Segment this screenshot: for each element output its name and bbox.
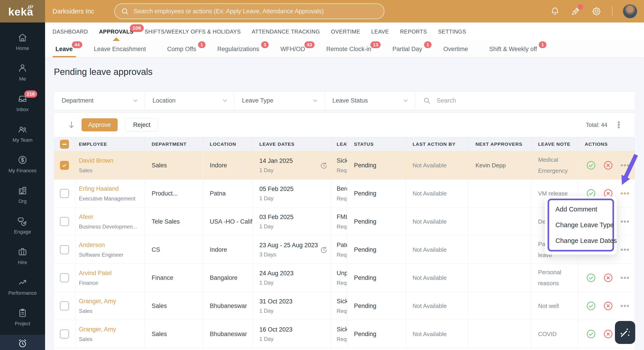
select-all-checkbox[interactable] xyxy=(60,140,69,149)
row-checkbox[interactable] xyxy=(60,301,69,310)
history-icon[interactable] xyxy=(319,245,328,254)
leave-dates-cell: 05 Feb 20251 Day xyxy=(252,179,331,207)
table-search-input[interactable] xyxy=(436,97,635,104)
row-select-cell xyxy=(54,179,76,207)
sub-tab-overtime[interactable]: Overtime xyxy=(443,41,468,57)
nav-tab-overtime[interactable]: OVERTIME xyxy=(331,22,360,41)
sidebar-item-inbox[interactable]: Inbox218 xyxy=(0,90,45,116)
row-checkbox[interactable] xyxy=(60,273,69,282)
employee-name-link[interactable]: Afeer xyxy=(79,213,94,220)
row-checkbox[interactable] xyxy=(60,161,69,170)
approve-icon[interactable] xyxy=(586,160,596,171)
sidebar-item-label: Hire xyxy=(18,260,27,265)
history-icon[interactable] xyxy=(319,161,328,170)
more-actions-icon[interactable] xyxy=(620,188,630,198)
row-checkbox[interactable] xyxy=(60,330,69,339)
approve-button[interactable]: Approve xyxy=(82,118,118,131)
row-checkbox[interactable] xyxy=(60,217,69,226)
sub-tab-shift-weekly-off[interactable]: Shift & Weekly off1 xyxy=(489,41,537,57)
sidebar-item-engage[interactable]: Engage xyxy=(0,212,45,238)
table-row[interactable]: David BrownSalesSalesIndore14 Jan 20251 … xyxy=(54,151,635,179)
filter-dropdown-department[interactable]: Department xyxy=(54,91,145,110)
nav-tab-reports[interactable]: REPORTS xyxy=(400,22,427,41)
table-options-kebab-icon[interactable] xyxy=(614,121,623,129)
table-row[interactable]: Granger, AmySalesSalesBhubaneswar16 Oct … xyxy=(54,320,635,348)
more-actions-icon[interactable] xyxy=(620,301,630,311)
table-row[interactable]: Granger, AmySalesSalesBhubaneswar31 Oct … xyxy=(54,292,635,320)
filter-dropdown-leave-type[interactable]: Leave Type xyxy=(234,91,325,110)
reject-button[interactable]: Reject xyxy=(125,118,158,131)
count-badge: 43 xyxy=(304,41,314,48)
employee-name-link[interactable]: David Brown xyxy=(79,157,113,164)
sub-tab-leave[interactable]: Leave44 xyxy=(56,41,73,57)
approve-icon[interactable] xyxy=(586,272,596,283)
notifications-bell-icon[interactable] xyxy=(550,6,560,16)
keka-logo[interactable]: keka xyxy=(0,0,45,22)
row-checkbox[interactable] xyxy=(60,245,69,254)
nav-tab-attendance-tracking[interactable]: ATTENDANCE TRACKING xyxy=(252,22,320,41)
leave-type-cell: BereRequ xyxy=(331,179,347,207)
user-avatar[interactable] xyxy=(623,4,637,18)
nav-tab-shifts-weekly-offs-holidays[interactable]: SHIFTS/WEEKLY OFFS & HOLIDAYS xyxy=(144,22,241,41)
nav-tab-leave[interactable]: LEAVE xyxy=(371,22,389,41)
nav-tab-settings[interactable]: SETTINGS xyxy=(438,22,466,41)
more-actions-icon[interactable] xyxy=(620,217,630,226)
assistant-fab[interactable] xyxy=(615,321,635,344)
sidebar-item-org[interactable]: Org xyxy=(0,182,45,208)
leave-type-value: Pate xyxy=(337,242,347,249)
sidebar-item-time-attend[interactable]: Time Attend xyxy=(0,335,45,350)
more-actions-icon[interactable] xyxy=(620,273,630,283)
more-actions-icon[interactable] xyxy=(620,160,630,170)
sidebar-item-performance[interactable]: Performance xyxy=(0,274,45,300)
sidebar-item-my-team[interactable]: My Team xyxy=(0,121,45,147)
global-search[interactable] xyxy=(114,3,384,19)
last-action-by-value: Not Available xyxy=(412,274,446,281)
sub-tab-wfh-od[interactable]: WFH/OD43 xyxy=(280,41,305,57)
sub-tab-regularizations[interactable]: Regularizations3 xyxy=(217,41,259,57)
table-row[interactable]: Arvind PatelFinanceFinanceBangalore24 Au… xyxy=(54,264,635,292)
row-select-cell xyxy=(54,151,76,179)
sub-tab-comp-offs[interactable]: Comp Offs1 xyxy=(167,41,196,57)
sidebar-item-home[interactable]: Home xyxy=(0,29,45,55)
row-checkbox[interactable] xyxy=(60,189,69,198)
nav-tab-dashboard[interactable]: DASHBOARD xyxy=(52,22,88,41)
employee-name-link[interactable]: Granger, Amy xyxy=(79,326,116,333)
leave-type-value: Sick xyxy=(337,157,347,164)
filter-dropdown-label: Leave Status xyxy=(332,97,368,104)
filter-dropdown-location[interactable]: Location xyxy=(145,91,234,110)
sidebar-item-project[interactable]: Project xyxy=(0,304,45,330)
employee-name-link[interactable]: Granger, Amy xyxy=(79,298,116,305)
nav-tab-approvals[interactable]: APPROVALS106 xyxy=(99,22,134,41)
employee-name-link[interactable]: Anderson xyxy=(79,242,105,249)
employee-name-link[interactable]: Erling Haaland xyxy=(79,185,119,192)
more-actions-icon[interactable] xyxy=(620,245,630,255)
sub-tab-label: Leave Encashment xyxy=(94,46,146,53)
reject-icon[interactable] xyxy=(603,272,614,283)
sub-tab-remote-clock-in[interactable]: Remote Clock-in13 xyxy=(326,41,371,57)
sub-tab-leave-encashment[interactable]: Leave Encashment xyxy=(94,41,146,57)
rocket-badge-dot xyxy=(578,4,583,10)
menu-item-add-comment[interactable]: Add Comment xyxy=(556,206,610,213)
sort-descending-icon[interactable] xyxy=(67,120,76,130)
settings-gear-icon[interactable] xyxy=(591,6,602,16)
whats-new-rocket-icon[interactable] xyxy=(570,6,581,16)
count-badge: 106 xyxy=(130,24,144,32)
approve-icon[interactable] xyxy=(586,329,596,340)
sidebar-item-hire[interactable]: Hire xyxy=(0,243,45,269)
menu-item-change-leave-type[interactable]: Change Leave Type xyxy=(556,221,610,229)
global-search-input[interactable] xyxy=(133,8,378,15)
inbox-count-badge: 218 xyxy=(24,90,37,98)
reject-icon[interactable] xyxy=(603,301,614,311)
menu-item-change-leave-dates[interactable]: Change Leave Dates xyxy=(556,237,610,244)
sub-tabs: Leave44Leave EncashmentComp Offs1Regular… xyxy=(45,41,644,58)
employee-name-link[interactable]: Arvind Patel xyxy=(79,270,112,277)
approve-icon[interactable] xyxy=(586,301,596,311)
engage-icon xyxy=(17,216,28,226)
table-search-field[interactable] xyxy=(415,91,635,110)
reject-icon[interactable] xyxy=(603,329,614,340)
sidebar-item-me[interactable]: Me xyxy=(0,59,45,85)
reject-icon[interactable] xyxy=(603,160,614,171)
sidebar-item-my-finances[interactable]: My Finances xyxy=(0,151,45,177)
sub-tab-partial-day[interactable]: Partial Day1 xyxy=(392,41,422,57)
filter-dropdown-leave-status[interactable]: Leave Status xyxy=(325,91,415,110)
